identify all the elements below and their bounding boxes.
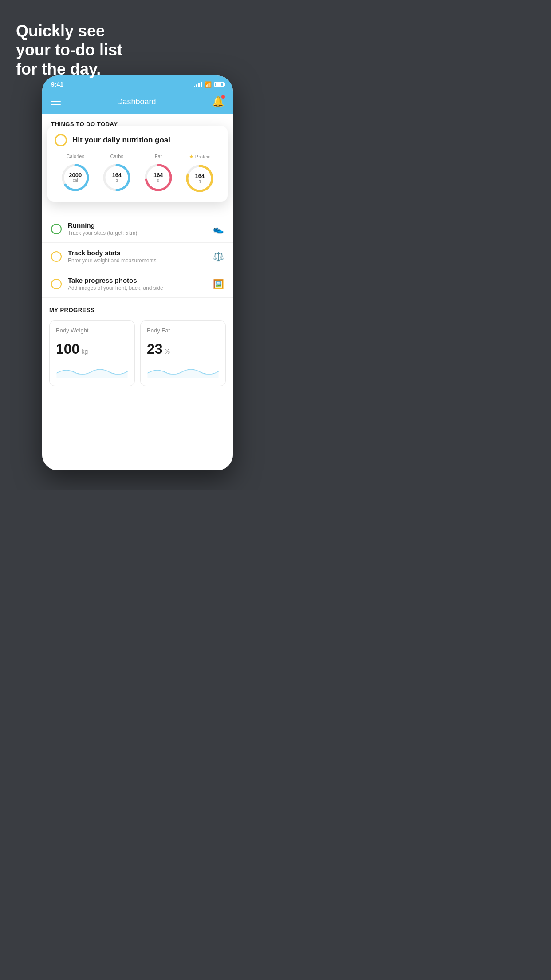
nutrition-header: Hit your daily nutrition goal <box>55 134 220 146</box>
nutrition-card: Hit your daily nutrition goal Calories 2… <box>47 126 228 202</box>
notification-button[interactable]: 🔔 <box>212 96 224 107</box>
progress-card-title: Body Fat <box>147 327 219 334</box>
todo-circle <box>51 251 62 262</box>
progress-number: 100 <box>56 341 79 357</box>
app-content: THINGS TO DO TODAY Hit your daily nutrit… <box>42 114 233 470</box>
status-time: 9:41 <box>51 81 63 88</box>
metric-label: Calories <box>67 154 84 159</box>
star-icon: ★ <box>189 154 194 160</box>
todo-text: Track body stats Enter your weight and m… <box>68 249 207 264</box>
todo-text: Take progress photos Add images of your … <box>68 277 207 291</box>
todo-item[interactable]: Track body stats Enter your weight and m… <box>42 243 233 270</box>
app-header: Dashboard 🔔 <box>42 91 233 114</box>
donut-value: 164 g <box>153 172 163 183</box>
nutrition-metric-protein: ★Protein 164 g <box>185 154 215 194</box>
todo-action-icon: ⚖️ <box>213 251 224 262</box>
progress-value: 23 % <box>147 341 219 357</box>
donut-chart: 164 g <box>102 162 132 193</box>
battery-icon <box>214 82 224 87</box>
progress-number: 23 <box>147 341 163 357</box>
todo-name: Track body stats <box>68 249 207 257</box>
todo-name: Running <box>68 221 207 229</box>
wifi-icon: 📶 <box>205 81 212 88</box>
donut-value: 2000 cal <box>69 172 82 183</box>
todo-item[interactable]: Take progress photos Add images of your … <box>42 270 233 298</box>
status-icons: 📶 <box>194 81 224 88</box>
donut-chart: 2000 cal <box>60 162 91 193</box>
menu-button[interactable] <box>51 99 61 105</box>
nutrition-metric-fat: Fat 164 g <box>143 154 173 193</box>
progress-value: 100 kg <box>56 341 128 357</box>
hamburger-line <box>51 104 61 105</box>
progress-section: MY PROGRESS Body Weight 100 kg Body Fat … <box>42 298 233 386</box>
donut-chart: 164 g <box>185 163 215 194</box>
donut-value: 164 g <box>195 173 205 184</box>
metric-label: Fat <box>155 154 162 159</box>
wave-chart <box>147 364 219 378</box>
progress-unit: kg <box>81 348 88 355</box>
todo-list: Running Track your stats (target: 5km) 👟… <box>42 215 233 298</box>
donut-value: 164 g <box>112 172 122 183</box>
hero-line-1: Quickly see <box>16 21 122 40</box>
metric-label: ★Protein <box>189 154 211 160</box>
progress-unit: % <box>165 348 170 355</box>
hero-line-2: your to-do list <box>16 40 122 59</box>
progress-section-title: MY PROGRESS <box>49 307 226 315</box>
todo-name: Take progress photos <box>68 277 207 284</box>
progress-card-title: Body Weight <box>56 327 128 334</box>
notification-dot <box>221 95 225 99</box>
hamburger-line <box>51 99 61 99</box>
todo-item[interactable]: Running Track your stats (target: 5km) 👟 <box>42 215 233 243</box>
header-title: Dashboard <box>117 97 156 107</box>
hamburger-line <box>51 101 61 102</box>
todo-circle <box>51 279 62 289</box>
metric-label: Carbs <box>110 154 123 159</box>
todo-text: Running Track your stats (target: 5km) <box>68 221 207 236</box>
wave-chart <box>56 364 128 378</box>
nutrition-metric-calories: Calories 2000 cal <box>60 154 91 193</box>
todo-circle <box>51 224 62 234</box>
nutrition-metric-carbs: Carbs 164 g <box>102 154 132 193</box>
todo-action-icon: 🖼️ <box>213 279 224 289</box>
progress-cards: Body Weight 100 kg Body Fat 23 % <box>49 320 226 386</box>
donut-chart: 164 g <box>143 162 173 193</box>
nutrition-circles: Calories 2000 cal Carbs 164 g Fat <box>55 154 220 194</box>
nutrition-title: Hit your daily nutrition goal <box>72 136 170 145</box>
todo-desc: Add images of your front, back, and side <box>68 285 207 291</box>
todo-desc: Track your stats (target: 5km) <box>68 230 207 236</box>
progress-card[interactable]: Body Weight 100 kg <box>49 320 135 386</box>
todo-desc: Enter your weight and measurements <box>68 257 207 264</box>
phone-mockup: 9:41 📶 Dashboard 🔔 THINGS <box>42 75 233 470</box>
hero-line-3: for the day. <box>16 59 122 79</box>
signal-icon <box>194 81 202 87</box>
progress-card[interactable]: Body Fat 23 % <box>140 320 226 386</box>
hero-text: Quickly see your to-do list for the day. <box>16 21 122 79</box>
todo-check-circle[interactable] <box>55 134 67 146</box>
todo-action-icon: 👟 <box>213 224 224 234</box>
